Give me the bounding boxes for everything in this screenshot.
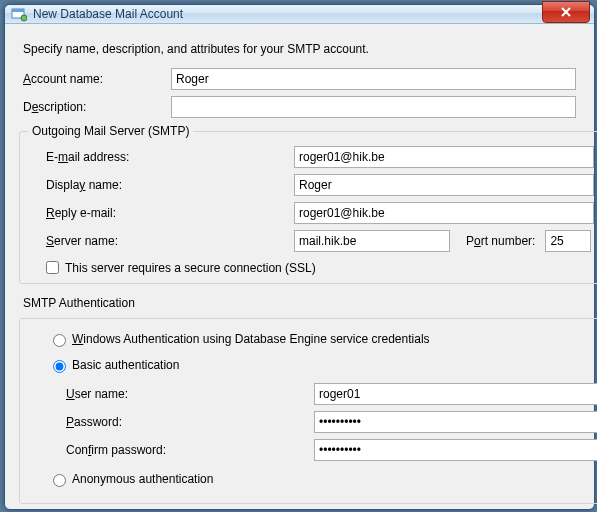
smtp-auth-header: SMTP Authentication [23,296,576,310]
auth-fieldset: Windows Authentication using Database En… [19,318,597,504]
close-icon [561,7,571,17]
email-input[interactable] [294,146,594,168]
svg-point-2 [21,15,27,21]
windows-auth-label: Windows Authentication using Database En… [72,332,430,346]
description-input[interactable] [171,96,576,118]
account-name-label: Account name: [19,72,171,86]
app-icon [11,6,27,22]
anonymous-auth-radio[interactable] [53,474,66,487]
smtp-legend: Outgoing Mail Server (SMTP) [28,124,193,138]
svg-rect-1 [12,9,24,12]
display-name-input[interactable] [294,174,594,196]
display-name-label: Display name: [28,178,294,192]
ssl-checkbox[interactable] [46,261,59,274]
reply-email-input[interactable] [294,202,594,224]
port-number-input[interactable] [545,230,591,252]
password-label: Password: [28,415,314,429]
server-name-label: Server name: [28,234,294,248]
smtp-fieldset: Outgoing Mail Server (SMTP) E-mail addre… [19,124,597,284]
description-label: Description: [19,100,171,114]
windows-auth-radio[interactable] [53,334,66,347]
confirm-password-input[interactable] [314,439,597,461]
reply-email-label: Reply e-mail: [28,206,294,220]
username-label: User name: [28,387,314,401]
dialog-window: New Database Mail Account Specify name, … [4,4,595,510]
close-button[interactable] [542,1,590,23]
email-label: E-mail address: [28,150,294,164]
account-name-input[interactable] [171,68,576,90]
dialog-content: Specify name, description, and attribute… [5,24,594,512]
instruction-text: Specify name, description, and attribute… [23,42,576,56]
password-input[interactable] [314,411,597,433]
basic-auth-radio[interactable] [53,360,66,373]
port-number-label: Port number: [466,234,535,248]
username-input[interactable] [314,383,597,405]
anonymous-auth-label: Anonymous authentication [72,472,213,486]
server-name-input[interactable] [294,230,450,252]
titlebar[interactable]: New Database Mail Account [5,5,594,24]
confirm-password-label: Confirm password: [28,443,314,457]
basic-auth-label: Basic authentication [72,358,179,372]
ssl-label: This server requires a secure connection… [65,261,316,275]
window-title: New Database Mail Account [33,7,183,21]
